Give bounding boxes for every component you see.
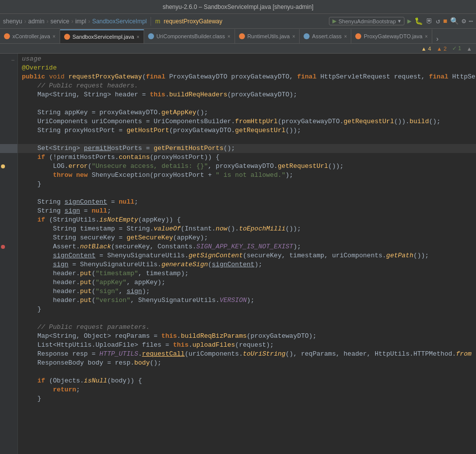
code-line-uri: UriComponents uriComponents = UriCompone… [18, 117, 476, 126]
gutter-line-35 [0, 359, 17, 368]
tab-close-assert[interactable]: × [344, 34, 347, 39]
gutter-line-39 [0, 394, 17, 403]
gutter-line-3 [0, 73, 17, 81]
editor: … [0, 54, 476, 454]
gutter-line-26 [0, 278, 17, 287]
rerun-button[interactable]: ↺ [436, 17, 440, 25]
run-button[interactable]: ▶ [407, 17, 411, 25]
info-count: ✓ 1 [452, 45, 461, 52]
gutter-line-16 [0, 189, 17, 198]
breadcrumb-admin[interactable]: admin [28, 18, 45, 25]
code-line-blank4 [18, 314, 476, 323]
tab-close-active[interactable]: × [137, 34, 140, 40]
code-line-close-if3: } [18, 394, 476, 403]
toolbar-separator [151, 17, 151, 26]
code-line-timestamp: String timestamp = String. valueOf (Inst… [18, 225, 476, 233]
tab-uricomponentsbuilder[interactable]: UriComponentsBuilder.class × [144, 29, 235, 43]
code-line-header-appkey: header. put ( "appKey" , appKey); [18, 278, 476, 287]
tab-close-runtime[interactable]: × [292, 34, 295, 39]
gutter-line-38 [0, 385, 17, 394]
code-line-securekey: String secureKey = getSecureKey (appKey)… [18, 233, 476, 242]
warning-count: ▲ 4 [421, 46, 431, 52]
code-line-if-null: if (Objects. isNull (body)) { [18, 377, 476, 385]
code-line-close-if: } [18, 180, 476, 189]
tab-icon-java [4, 33, 10, 39]
code-line-comment1: // Public request headers. [18, 81, 476, 90]
gutter-line-40 [0, 403, 17, 412]
tab-close[interactable]: × [53, 34, 56, 39]
code-line-throw: throw new ShenyuException(proxyHostPort … [18, 171, 476, 180]
code-line-blank5 [18, 368, 476, 377]
gutter-line-23 [0, 251, 17, 260]
gutter-line-36 [0, 368, 17, 377]
more-button[interactable]: ⋯ [469, 17, 473, 25]
stop-button[interactable]: ■ [443, 17, 447, 25]
title-text: shenyu-2.6.0 – SandboxServiceImpl.java [… [162, 3, 314, 10]
search-button[interactable]: 🔍 [450, 17, 459, 25]
notification-bar: ▲ 4 ▲ 2 ✓ 1 ▲ [0, 44, 476, 54]
gutter-line-42 [0, 421, 17, 430]
tab-close-proxy[interactable]: × [425, 34, 428, 39]
tab-label-uri: UriComponentsBuilder.class [157, 33, 225, 39]
tab-close-uri[interactable]: × [228, 34, 231, 39]
tabs-more-button[interactable]: › [432, 35, 442, 43]
tab-assert[interactable]: Assert.class × [300, 29, 351, 43]
gutter-line-19 [0, 216, 17, 225]
code-line-header-timestamp: header. put ( "timestamp" , timestamp); [18, 269, 476, 278]
code-line-method-decl: public void requestProxyGateway ( final … [18, 73, 476, 81]
method-indicator: m [155, 18, 160, 25]
method-name: requestProxyGateway [163, 18, 222, 25]
code-line-header: Map<String, String> header = this . buil… [18, 90, 476, 99]
tabs-bar: xController.java × SandboxServiceImpl.ja… [0, 29, 476, 44]
gutter-line-12 [0, 153, 17, 162]
code-line-return: return ; [18, 385, 476, 394]
tab-label: xController.java [12, 33, 50, 39]
code-line-appkey: String appKey = proxyGatewayDTO. getAppK… [18, 108, 476, 117]
expand-icon[interactable]: ▲ [467, 46, 472, 52]
breadcrumb-impl[interactable]: impl [75, 18, 86, 25]
gutter-line-33 [0, 341, 17, 350]
code-area[interactable]: usage @Override public void requestProxy… [18, 54, 476, 454]
tab-icon-assert [304, 33, 310, 39]
code-line-files: List<HttpUtils.UploadFile> files = this … [18, 341, 476, 350]
tab-icon-proxy [355, 33, 361, 39]
gutter-line-20 [0, 225, 17, 233]
gutter-line-9 [0, 126, 17, 135]
tab-proxygatewaydto[interactable]: ProxyGatewayDTO.java × [351, 29, 432, 43]
debug-button[interactable]: 🐛 [414, 17, 423, 25]
code-line-override: @Override [18, 64, 476, 73]
code-line-resp: Response resp = HTTP_UTILS . requestCall… [18, 350, 476, 359]
run-config-dropdown[interactable]: ▶ ShenyuAdminBootstrap ▾ [329, 17, 404, 25]
breadcrumb-class[interactable]: SandboxServiceImpl [92, 18, 147, 25]
tab-runtimeutils[interactable]: RuntimeUtils.java × [235, 29, 300, 43]
gutter-line-17 [0, 198, 17, 207]
coverage-button[interactable]: ⛨ [426, 17, 433, 25]
gutter-line-7 [0, 108, 17, 117]
gutter-line-41 [0, 412, 17, 421]
code-line-reqparams: Map<String, Object> reqParams = this . b… [18, 332, 476, 341]
gutter-line-44 [0, 439, 17, 448]
code-line-usage: usage [18, 55, 476, 64]
code-line-signcontent-assign: signContent = ShenyuSignatureUtils. getS… [18, 251, 476, 260]
gutter-line-13 [0, 162, 17, 171]
gutter-line-22 [0, 242, 17, 251]
gutter-line-18 [0, 207, 17, 216]
gutter-line-15 [0, 180, 17, 189]
gutter-line-32 [0, 332, 17, 341]
code-line-logerror: LOG. error ( "Unsecure access, details: … [18, 162, 476, 171]
settings-button[interactable]: ⚙ [462, 17, 466, 25]
code-line-body: ResponseBody body = resp. body (); [18, 359, 476, 368]
breadcrumb-service[interactable]: service [50, 18, 69, 25]
tab-label-assert: Assert.class [312, 33, 341, 39]
gutter-line-10 [0, 135, 17, 144]
dropdown-chevron: ▾ [398, 18, 401, 24]
breadcrumb-shenyu[interactable]: shenyu [3, 18, 22, 25]
tab-label-active: SandboxServiceImpl.java [73, 34, 134, 40]
tab-sandboxserviceimpl[interactable]: SandboxServiceImpl.java × [60, 29, 144, 43]
code-line-sign: String sign = null ; [18, 207, 476, 216]
code-line-header-version: header. put ( "version" , ShenyuSignatur… [18, 296, 476, 305]
tab-icon-class [148, 33, 154, 39]
code-line-sign-assign: sign = ShenyuSignatureUtils. generateSig… [18, 260, 476, 269]
tab-xcontroller[interactable]: xController.java × [0, 29, 60, 43]
gutter-line-6 [0, 99, 17, 108]
